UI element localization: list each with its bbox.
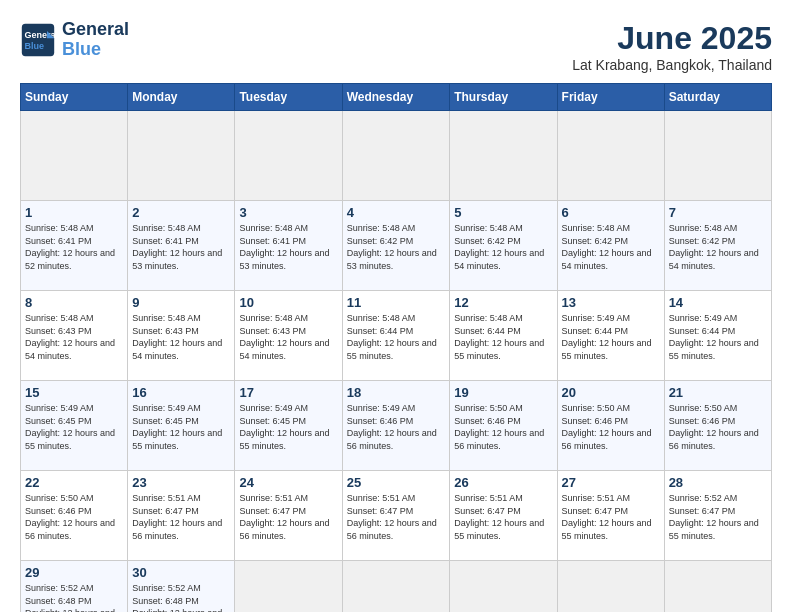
day-detail: Sunrise: 5:52 AM Sunset: 6:47 PM Dayligh… <box>669 492 767 542</box>
calendar-cell: 27 Sunrise: 5:51 AM Sunset: 6:47 PM Dayl… <box>557 471 664 561</box>
day-detail: Sunrise: 5:51 AM Sunset: 6:47 PM Dayligh… <box>132 492 230 542</box>
day-number: 23 <box>132 475 230 490</box>
day-number: 11 <box>347 295 446 310</box>
day-number: 24 <box>239 475 337 490</box>
logo: General Blue General Blue <box>20 20 129 60</box>
day-detail: Sunrise: 5:49 AM Sunset: 6:44 PM Dayligh… <box>562 312 660 362</box>
calendar-cell: 8 Sunrise: 5:48 AM Sunset: 6:43 PM Dayli… <box>21 291 128 381</box>
day-detail: Sunrise: 5:48 AM Sunset: 6:43 PM Dayligh… <box>132 312 230 362</box>
day-detail: Sunrise: 5:49 AM Sunset: 6:45 PM Dayligh… <box>239 402 337 452</box>
day-number: 3 <box>239 205 337 220</box>
day-detail: Sunrise: 5:49 AM Sunset: 6:44 PM Dayligh… <box>669 312 767 362</box>
calendar-week-row <box>21 111 772 201</box>
calendar-cell: 30 Sunrise: 5:52 AM Sunset: 6:48 PM Dayl… <box>128 561 235 613</box>
day-number: 1 <box>25 205 123 220</box>
day-detail: Sunrise: 5:48 AM Sunset: 6:44 PM Dayligh… <box>454 312 552 362</box>
calendar-cell: 29 Sunrise: 5:52 AM Sunset: 6:48 PM Dayl… <box>21 561 128 613</box>
calendar-week-row: 29 Sunrise: 5:52 AM Sunset: 6:48 PM Dayl… <box>21 561 772 613</box>
day-detail: Sunrise: 5:51 AM Sunset: 6:47 PM Dayligh… <box>347 492 446 542</box>
calendar-cell: 28 Sunrise: 5:52 AM Sunset: 6:47 PM Dayl… <box>664 471 771 561</box>
day-detail: Sunrise: 5:52 AM Sunset: 6:48 PM Dayligh… <box>25 582 123 612</box>
day-detail: Sunrise: 5:49 AM Sunset: 6:45 PM Dayligh… <box>25 402 123 452</box>
calendar-cell <box>128 111 235 201</box>
day-number: 18 <box>347 385 446 400</box>
calendar-cell: 9 Sunrise: 5:48 AM Sunset: 6:43 PM Dayli… <box>128 291 235 381</box>
calendar-cell: 12 Sunrise: 5:48 AM Sunset: 6:44 PM Dayl… <box>450 291 557 381</box>
header-sunday: Sunday <box>21 84 128 111</box>
day-number: 22 <box>25 475 123 490</box>
calendar-week-row: 22 Sunrise: 5:50 AM Sunset: 6:46 PM Dayl… <box>21 471 772 561</box>
calendar-cell: 18 Sunrise: 5:49 AM Sunset: 6:46 PM Dayl… <box>342 381 450 471</box>
calendar-cell: 4 Sunrise: 5:48 AM Sunset: 6:42 PM Dayli… <box>342 201 450 291</box>
calendar-cell <box>450 111 557 201</box>
calendar-cell: 19 Sunrise: 5:50 AM Sunset: 6:46 PM Dayl… <box>450 381 557 471</box>
calendar-cell: 14 Sunrise: 5:49 AM Sunset: 6:44 PM Dayl… <box>664 291 771 381</box>
calendar-week-row: 15 Sunrise: 5:49 AM Sunset: 6:45 PM Dayl… <box>21 381 772 471</box>
day-number: 4 <box>347 205 446 220</box>
calendar-cell: 3 Sunrise: 5:48 AM Sunset: 6:41 PM Dayli… <box>235 201 342 291</box>
day-detail: Sunrise: 5:48 AM Sunset: 6:42 PM Dayligh… <box>454 222 552 272</box>
calendar-cell: 25 Sunrise: 5:51 AM Sunset: 6:47 PM Dayl… <box>342 471 450 561</box>
day-detail: Sunrise: 5:48 AM Sunset: 6:42 PM Dayligh… <box>562 222 660 272</box>
day-number: 12 <box>454 295 552 310</box>
header-wednesday: Wednesday <box>342 84 450 111</box>
calendar-cell: 23 Sunrise: 5:51 AM Sunset: 6:47 PM Dayl… <box>128 471 235 561</box>
svg-text:General: General <box>25 30 57 40</box>
calendar-cell <box>664 111 771 201</box>
calendar-cell: 21 Sunrise: 5:50 AM Sunset: 6:46 PM Dayl… <box>664 381 771 471</box>
day-number: 6 <box>562 205 660 220</box>
calendar-cell <box>450 561 557 613</box>
day-number: 26 <box>454 475 552 490</box>
calendar-cell <box>557 111 664 201</box>
calendar-cell <box>342 111 450 201</box>
day-detail: Sunrise: 5:48 AM Sunset: 6:42 PM Dayligh… <box>669 222 767 272</box>
page-header: General Blue General Blue June 2025 Lat … <box>20 20 772 73</box>
header-thursday: Thursday <box>450 84 557 111</box>
weekday-header-row: Sunday Monday Tuesday Wednesday Thursday… <box>21 84 772 111</box>
calendar-cell: 10 Sunrise: 5:48 AM Sunset: 6:43 PM Dayl… <box>235 291 342 381</box>
day-number: 2 <box>132 205 230 220</box>
day-number: 8 <box>25 295 123 310</box>
day-number: 7 <box>669 205 767 220</box>
day-detail: Sunrise: 5:51 AM Sunset: 6:47 PM Dayligh… <box>454 492 552 542</box>
calendar-cell <box>21 111 128 201</box>
day-detail: Sunrise: 5:50 AM Sunset: 6:46 PM Dayligh… <box>562 402 660 452</box>
day-number: 13 <box>562 295 660 310</box>
calendar-table: Sunday Monday Tuesday Wednesday Thursday… <box>20 83 772 612</box>
day-detail: Sunrise: 5:52 AM Sunset: 6:48 PM Dayligh… <box>132 582 230 612</box>
day-number: 9 <box>132 295 230 310</box>
calendar-cell <box>342 561 450 613</box>
day-number: 27 <box>562 475 660 490</box>
calendar-cell: 2 Sunrise: 5:48 AM Sunset: 6:41 PM Dayli… <box>128 201 235 291</box>
calendar-cell <box>557 561 664 613</box>
calendar-cell: 20 Sunrise: 5:50 AM Sunset: 6:46 PM Dayl… <box>557 381 664 471</box>
day-number: 15 <box>25 385 123 400</box>
day-number: 10 <box>239 295 337 310</box>
day-number: 21 <box>669 385 767 400</box>
calendar-cell: 6 Sunrise: 5:48 AM Sunset: 6:42 PM Dayli… <box>557 201 664 291</box>
day-number: 28 <box>669 475 767 490</box>
calendar-cell <box>235 561 342 613</box>
calendar-cell: 15 Sunrise: 5:49 AM Sunset: 6:45 PM Dayl… <box>21 381 128 471</box>
calendar-week-row: 1 Sunrise: 5:48 AM Sunset: 6:41 PM Dayli… <box>21 201 772 291</box>
day-number: 5 <box>454 205 552 220</box>
logo-text: General Blue <box>62 20 129 60</box>
calendar-cell: 17 Sunrise: 5:49 AM Sunset: 6:45 PM Dayl… <box>235 381 342 471</box>
calendar-cell: 24 Sunrise: 5:51 AM Sunset: 6:47 PM Dayl… <box>235 471 342 561</box>
title-area: June 2025 Lat Krabang, Bangkok, Thailand <box>572 20 772 73</box>
month-title: June 2025 <box>572 20 772 57</box>
calendar-cell: 5 Sunrise: 5:48 AM Sunset: 6:42 PM Dayli… <box>450 201 557 291</box>
day-detail: Sunrise: 5:50 AM Sunset: 6:46 PM Dayligh… <box>454 402 552 452</box>
calendar-cell: 7 Sunrise: 5:48 AM Sunset: 6:42 PM Dayli… <box>664 201 771 291</box>
day-detail: Sunrise: 5:48 AM Sunset: 6:43 PM Dayligh… <box>25 312 123 362</box>
day-number: 14 <box>669 295 767 310</box>
day-detail: Sunrise: 5:50 AM Sunset: 6:46 PM Dayligh… <box>25 492 123 542</box>
day-detail: Sunrise: 5:48 AM Sunset: 6:42 PM Dayligh… <box>347 222 446 272</box>
day-number: 16 <box>132 385 230 400</box>
day-number: 19 <box>454 385 552 400</box>
calendar-cell: 26 Sunrise: 5:51 AM Sunset: 6:47 PM Dayl… <box>450 471 557 561</box>
header-saturday: Saturday <box>664 84 771 111</box>
calendar-cell: 13 Sunrise: 5:49 AM Sunset: 6:44 PM Dayl… <box>557 291 664 381</box>
calendar-cell <box>664 561 771 613</box>
day-detail: Sunrise: 5:48 AM Sunset: 6:43 PM Dayligh… <box>239 312 337 362</box>
